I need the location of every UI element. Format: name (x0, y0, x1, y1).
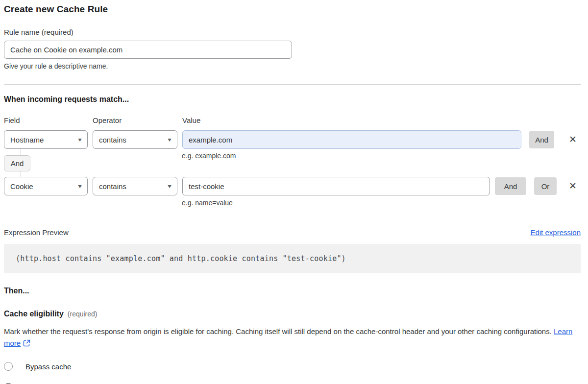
condition-row: Cookie ▾ contains ▾ And Or ✕ (4, 177, 581, 195)
field-column-label: Field (4, 116, 93, 124)
cache-eligibility-title: Cache eligibility (4, 310, 64, 318)
field-select-value: Cookie (10, 182, 33, 191)
remove-condition-icon[interactable]: ✕ (567, 134, 578, 145)
connector-area: e.g. example.com And (4, 149, 581, 177)
expression-preview-header: Expression Preview Edit expression (4, 228, 581, 237)
create-cache-rule-page: Create new Cache Rule Rule name (require… (0, 0, 588, 384)
add-or-condition-button[interactable]: Or (534, 177, 557, 195)
cache-eligibility-heading: Cache eligibility (required) (4, 310, 581, 318)
expression-code: (http.host contains "example.com" and ht… (16, 254, 346, 263)
match-section-heading: When incoming requests match... (4, 95, 581, 104)
connector-line (21, 149, 21, 155)
operator-select-value: contains (99, 136, 126, 144)
operator-select[interactable]: contains ▾ (93, 177, 177, 195)
description-text: Mark whether the request’s response from… (4, 327, 552, 336)
value-hint: e.g. example.com (182, 152, 236, 160)
radio-button-unselected[interactable] (4, 362, 13, 371)
page-title: Create new Cache Rule (4, 4, 581, 15)
add-and-condition-button[interactable]: And (529, 131, 554, 148)
rule-name-input[interactable] (4, 41, 292, 59)
value-column-label: Value (182, 116, 581, 124)
expression-preview-label: Expression Preview (4, 228, 69, 237)
value-input[interactable] (182, 177, 490, 195)
cache-eligibility-description: Mark whether the request’s response from… (4, 326, 575, 350)
rule-name-label: Rule name (required) (4, 28, 581, 36)
section-divider (4, 84, 581, 85)
connector-and-button[interactable]: And (4, 155, 30, 171)
radio-option-bypass-cache[interactable]: Bypass cache (4, 362, 581, 371)
chevron-down-icon: ▾ (78, 183, 82, 190)
operator-select[interactable]: contains ▾ (93, 130, 177, 149)
connector-line (21, 171, 21, 177)
chevron-down-icon: ▾ (78, 136, 82, 143)
chevron-down-icon: ▾ (168, 183, 172, 190)
chevron-down-icon: ▾ (168, 136, 172, 143)
expression-code-block: (http.host contains "example.com" and ht… (4, 244, 581, 273)
add-and-condition-button[interactable]: And (495, 177, 526, 195)
condition-row: Hostname ▾ contains ▾ And ✕ (4, 130, 581, 149)
value-hint: e.g. name=value (182, 199, 581, 207)
edit-expression-link[interactable]: Edit expression (530, 228, 581, 237)
value-input[interactable] (182, 130, 521, 149)
operator-column-label: Operator (93, 116, 182, 124)
builder-column-labels: Field Operator Value (4, 116, 581, 124)
then-section-heading: Then... (4, 287, 581, 295)
field-select-value: Hostname (10, 136, 44, 144)
radio-label: Bypass cache (25, 362, 71, 371)
condition-builder: Field Operator Value Hostname ▾ contains… (4, 116, 581, 207)
operator-select-value: contains (99, 182, 126, 191)
and-connector: And (4, 149, 30, 177)
rule-name-help: Give your rule a descriptive name. (4, 62, 581, 70)
remove-condition-icon[interactable]: ✕ (567, 181, 578, 192)
required-note: (required) (68, 310, 98, 318)
field-select[interactable]: Cookie ▾ (4, 177, 88, 195)
field-select[interactable]: Hostname ▾ (4, 130, 88, 149)
external-link-icon (23, 338, 30, 350)
